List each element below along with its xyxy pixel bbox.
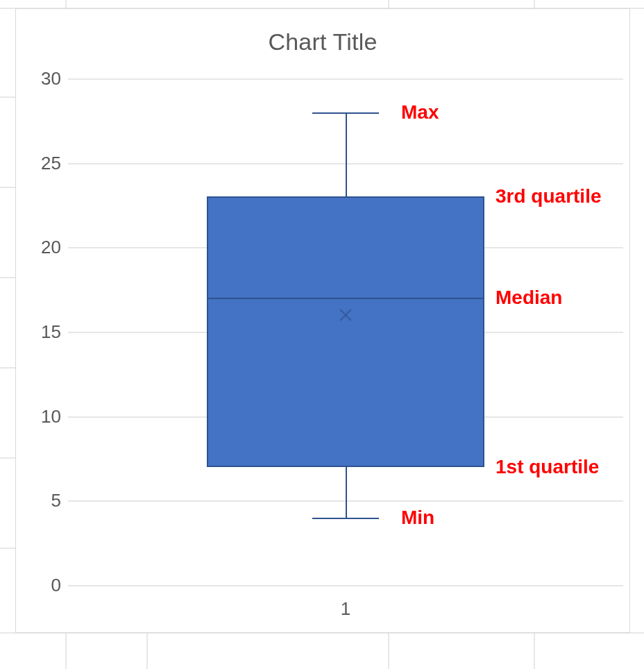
y-tick-label: 30 [41, 68, 61, 90]
gridline [68, 585, 623, 586]
y-tick-label: 5 [51, 490, 61, 511]
y-tick-label: 0 [51, 575, 61, 596]
box[interactable] [207, 196, 484, 466]
whisker-cap-max [312, 112, 379, 114]
annotation-median: Median [495, 287, 562, 309]
spreadsheet-background: Chart Title 30 25 20 15 10 5 0 1 [0, 0, 644, 669]
whisker-cap-min [312, 518, 379, 519]
median-line [207, 298, 484, 299]
chart-frame[interactable]: Chart Title 30 25 20 15 10 5 0 1 [15, 8, 630, 633]
chart-title[interactable]: Chart Title [16, 28, 629, 56]
y-tick-label: 10 [41, 405, 61, 427]
y-tick-label: 15 [41, 321, 61, 343]
plot-area[interactable]: 30 25 20 15 10 5 0 1 Max 3rd quartile [68, 78, 623, 585]
annotation-q1: 1st quartile [495, 456, 599, 478]
y-tick-label: 20 [41, 237, 61, 258]
annotation-max: Max [401, 101, 439, 124]
annotation-min: Min [401, 507, 434, 529]
y-tick-label: 25 [41, 152, 61, 173]
whisker-upper [346, 112, 347, 197]
gridline [68, 78, 623, 80]
x-tick-label: 1 [341, 598, 350, 620]
mean-marker-icon [338, 307, 353, 323]
annotation-q3: 3rd quartile [495, 185, 601, 208]
whisker-lower [346, 467, 347, 518]
